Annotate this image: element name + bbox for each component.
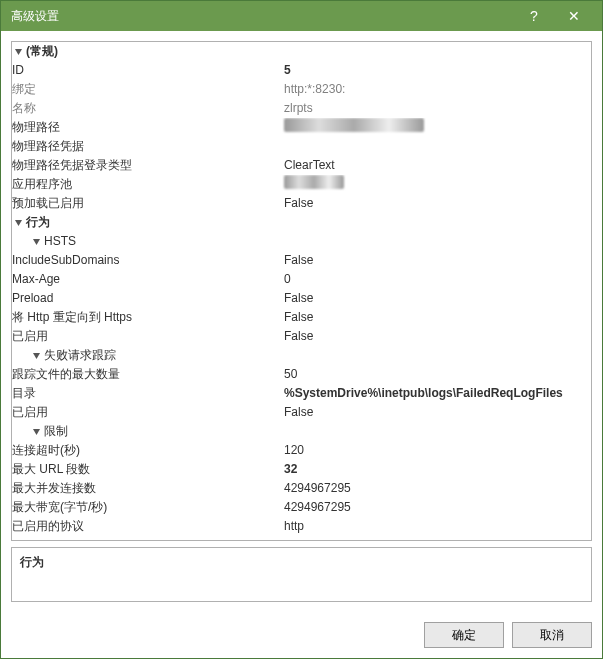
prop-name[interactable]: 名称 zlrpts xyxy=(12,99,591,118)
property-grid[interactable]: (常规) ID 5 绑定 http:*:8230: 名称 zlrpts xyxy=(11,41,592,541)
category-label: 限制 xyxy=(44,422,68,441)
chevron-down-icon[interactable] xyxy=(12,46,24,58)
chevron-down-icon[interactable] xyxy=(30,236,42,248)
category-label: HSTS xyxy=(44,232,76,251)
chevron-down-icon[interactable] xyxy=(30,350,42,362)
category-label: 行为 xyxy=(26,213,50,232)
window-title: 高级设置 xyxy=(11,8,514,25)
titlebar: 高级设置 ? ✕ xyxy=(1,1,602,31)
prop-hsts-preload[interactable]: Preload False xyxy=(12,289,591,308)
prop-app-pool[interactable]: 应用程序池 xyxy=(12,175,591,194)
content-area: (常规) ID 5 绑定 http:*:8230: 名称 zlrpts xyxy=(1,31,602,612)
dialog-footer: 确定 取消 xyxy=(1,612,602,658)
prop-connection-timeout[interactable]: 连接超时(秒) 120 xyxy=(12,441,591,460)
prop-physical-path[interactable]: 物理路径 xyxy=(12,118,591,137)
prop-fr-directory[interactable]: 目录 %SystemDrive%\inetpub\logs\FailedReqL… xyxy=(12,384,591,403)
redacted-value xyxy=(280,175,591,194)
advanced-settings-dialog: 高级设置 ? ✕ (常规) ID 5 xyxy=(0,0,603,659)
prop-hsts-redirect[interactable]: 将 Http 重定向到 Https False xyxy=(12,308,591,327)
redacted-value xyxy=(280,118,591,137)
category-failed-request-tracing[interactable]: 失败请求跟踪 xyxy=(12,346,591,365)
chevron-down-icon[interactable] xyxy=(12,217,24,229)
prop-fr-enabled[interactable]: 已启用 False xyxy=(12,403,591,422)
category-behavior[interactable]: 行为 xyxy=(12,213,591,232)
prop-physical-path-login[interactable]: 物理路径凭据登录类型 ClearText xyxy=(12,156,591,175)
chevron-down-icon[interactable] xyxy=(30,426,42,438)
category-general[interactable]: (常规) xyxy=(12,42,591,61)
prop-fr-maxfiles[interactable]: 跟踪文件的最大数量 50 xyxy=(12,365,591,384)
prop-enabled-protocols[interactable]: 已启用的协议 http xyxy=(12,517,591,536)
cancel-button[interactable]: 取消 xyxy=(512,622,592,648)
prop-hsts-includesubdomains[interactable]: IncludeSubDomains False xyxy=(12,251,591,270)
prop-hsts-enabled[interactable]: 已启用 False xyxy=(12,327,591,346)
category-label: 失败请求跟踪 xyxy=(44,346,116,365)
prop-id[interactable]: ID 5 xyxy=(12,61,591,80)
category-limits[interactable]: 限制 xyxy=(12,422,591,441)
prop-max-connections[interactable]: 最大并发连接数 4294967295 xyxy=(12,479,591,498)
description-panel: 行为 xyxy=(11,547,592,602)
prop-hsts-maxage[interactable]: Max-Age 0 xyxy=(12,270,591,289)
category-label: (常规) xyxy=(26,42,58,61)
description-title: 行为 xyxy=(20,554,583,571)
help-button[interactable]: ? xyxy=(514,8,554,24)
prop-max-bandwidth[interactable]: 最大带宽(字节/秒) 4294967295 xyxy=(12,498,591,517)
prop-preload-enabled[interactable]: 预加载已启用 False xyxy=(12,194,591,213)
close-button[interactable]: ✕ xyxy=(554,8,594,24)
ok-button[interactable]: 确定 xyxy=(424,622,504,648)
prop-max-url-segments[interactable]: 最大 URL 段数 32 xyxy=(12,460,591,479)
category-hsts[interactable]: HSTS xyxy=(12,232,591,251)
prop-bindings[interactable]: 绑定 http:*:8230: xyxy=(12,80,591,99)
prop-physical-path-creds[interactable]: 物理路径凭据 xyxy=(12,137,591,156)
